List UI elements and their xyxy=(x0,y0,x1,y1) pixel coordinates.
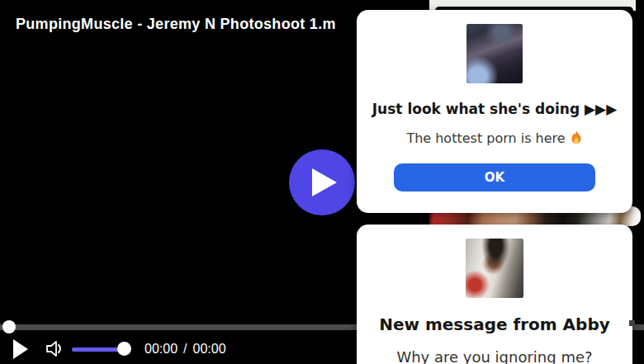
time-display: 00:00 / 00:00 xyxy=(144,342,226,357)
volume-thumb[interactable] xyxy=(117,342,131,356)
selfie-photo-thumbnail[interactable] xyxy=(466,239,523,298)
volume-slider[interactable] xyxy=(72,342,131,357)
video-title: PumpingMuscle - Jeremy N Photoshoot 1.m xyxy=(16,16,336,33)
ok-button[interactable]: OK xyxy=(394,163,595,191)
popup-subtext: Why are you ignoring me? xyxy=(396,348,592,364)
scrollbar-dot xyxy=(629,320,635,326)
mute-button[interactable] xyxy=(45,339,64,359)
seek-thumb[interactable] xyxy=(2,320,16,333)
notification-popup-2[interactable]: New message from Abby Why are you ignori… xyxy=(357,225,632,364)
play-button[interactable] xyxy=(13,338,30,360)
popup-subtext: The hottest porn is here xyxy=(406,130,565,146)
time-separator: / xyxy=(183,342,187,357)
notification-popup-1[interactable]: Just look what she's doing ▶▶▶ The hotte… xyxy=(357,10,632,213)
player-controls-bar: 00:00 / 00:00 xyxy=(0,333,355,364)
total-duration: 00:00 xyxy=(193,342,226,357)
play-icon xyxy=(312,168,337,196)
fire-icon xyxy=(570,130,583,146)
current-time: 00:00 xyxy=(144,342,178,357)
popup-heading: New message from Abby xyxy=(379,314,610,334)
video-player-page: PumpingMuscle - Jeremy N Photoshoot 1.m … xyxy=(0,0,644,364)
center-play-button[interactable] xyxy=(289,149,355,215)
popup-heading: Just look what she's doing ▶▶▶ xyxy=(372,101,617,117)
play-icon xyxy=(13,339,28,359)
speaker-icon xyxy=(45,339,64,358)
webcam-photo-thumbnail[interactable] xyxy=(466,24,523,83)
